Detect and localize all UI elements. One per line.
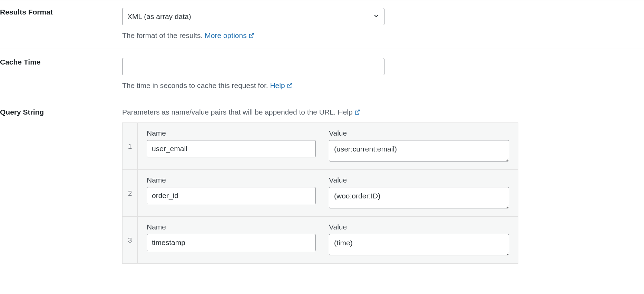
query-string-value-label: Value [329,223,509,231]
results-format-more-options-link[interactable]: More options [205,31,254,39]
query-string-value-label: Value [329,176,509,184]
query-string-row: Query String Parameters as name/value pa… [0,99,644,273]
query-string-name-label: Name [147,176,316,184]
query-string-name-input[interactable] [147,234,316,251]
external-link-icon [354,109,360,115]
query-string-param-row: 3 Name Value [123,217,518,264]
query-string-description: Parameters as name/value pairs that will… [122,108,644,116]
cache-time-description: The time in seconds to cache this reques… [122,81,644,90]
query-string-name-input[interactable] [147,187,316,204]
query-string-name-label: Name [147,129,316,137]
cache-time-input[interactable] [122,58,384,75]
cache-time-row: Cache Time The time in seconds to cache … [0,49,644,99]
results-format-selected-text: XML (as array data) [127,12,191,20]
query-string-table: 1 Name Value 2 [122,122,518,264]
results-format-label: Results Format [0,8,53,16]
results-format-select-wrap: XML (as array data) [122,8,384,25]
cache-time-label: Cache Time [0,58,41,66]
query-string-value-label: Value [329,129,509,137]
query-string-row-number: 2 [123,170,138,217]
cache-time-help-link[interactable]: Help [270,81,292,89]
external-link-icon [248,32,254,39]
query-string-row-number: 3 [123,217,138,264]
query-string-value-input[interactable] [329,140,509,161]
query-string-value-input[interactable] [329,187,509,208]
results-format-row: Results Format XML (as array data) The f… [0,0,644,49]
query-string-label: Query String [0,108,44,116]
query-string-name-label: Name [147,223,316,231]
query-string-value-input[interactable] [329,234,509,255]
query-string-param-row: 2 Name Value [123,170,518,217]
query-string-param-row: 1 Name Value [123,123,518,170]
query-string-help-link[interactable]: Help [338,108,360,116]
query-string-name-input[interactable] [147,140,316,157]
results-format-description: The format of the results. More options [122,31,644,40]
results-format-select[interactable]: XML (as array data) [122,8,384,25]
query-string-row-number: 1 [123,123,138,170]
external-link-icon [286,82,293,89]
